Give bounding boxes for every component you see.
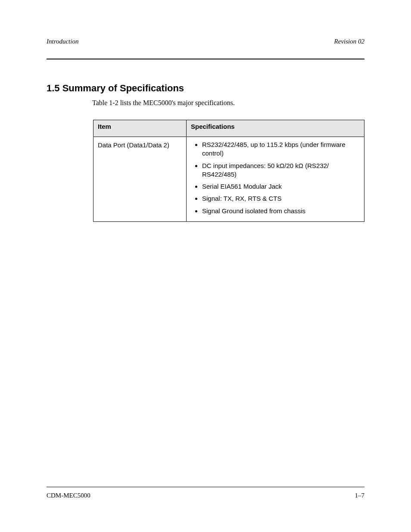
header-divider bbox=[47, 59, 364, 59]
spec-list: RS232/422/485, up to 115.2 kbps (under f… bbox=[190, 139, 361, 217]
table-header-spec: Specifications bbox=[187, 120, 364, 137]
list-item: RS232/422/485, up to 115.2 kbps (under f… bbox=[202, 139, 361, 160]
footer-divider bbox=[47, 487, 364, 487]
list-item: DC input impedances: 50 kΩ/20 kΩ (RS232/… bbox=[202, 160, 361, 181]
footer-left: CDM-MEC5000 bbox=[47, 492, 90, 499]
section-heading: 1.5 Summary of Specifications bbox=[47, 83, 184, 94]
specifications-table: Item Specifications Data Port (Data1/Dat… bbox=[93, 120, 364, 222]
table-cell-item: Data Port (Data1/Data 2) bbox=[93, 137, 187, 222]
list-item: Signal Ground isolated from chassis bbox=[202, 205, 361, 217]
table-cell-spec: RS232/422/485, up to 115.2 kbps (under f… bbox=[187, 137, 364, 222]
table-header-item: Item bbox=[93, 120, 187, 137]
footer-right: 1–7 bbox=[355, 492, 365, 499]
section-subtitle: Table 1-2 lists the MEC5000's major spec… bbox=[92, 99, 235, 107]
header-left: Introduction bbox=[47, 38, 78, 45]
list-item: Serial EIA561 Modular Jack bbox=[202, 180, 361, 193]
list-item: Signal: TX, RX, RTS & CTS bbox=[202, 193, 361, 205]
header-right: Revision 02 bbox=[334, 38, 364, 45]
table-row: Data Port (Data1/Data 2) RS232/422/485, … bbox=[93, 137, 364, 222]
table-header-row: Item Specifications bbox=[93, 120, 364, 137]
page: Introduction Revision 02 1.5 Summary of … bbox=[0, 0, 411, 532]
